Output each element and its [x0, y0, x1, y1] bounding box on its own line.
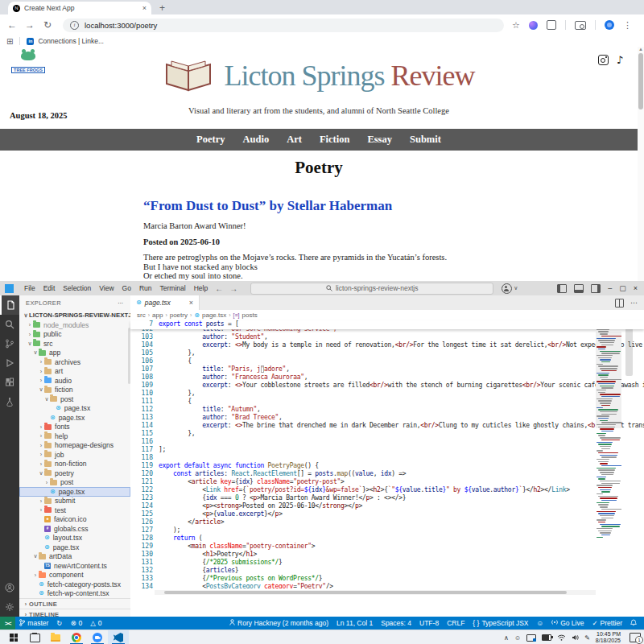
status-0[interactable]: ⊗0	[66, 619, 86, 627]
tray-expand-icon[interactable]: ∧	[504, 634, 509, 642]
editor-scrollbar-thumb[interactable]	[625, 328, 633, 376]
task-view-button[interactable]	[24, 630, 45, 644]
status-utf-8[interactable]: UTF-8	[415, 619, 443, 627]
code-line[interactable]: 119export default async function PoetryP…	[130, 462, 644, 470]
menu-edit[interactable]: Edit	[39, 284, 60, 292]
pen-icon[interactable]: ✎	[584, 634, 590, 642]
back-icon[interactable]: ←	[3, 19, 21, 31]
code-line[interactable]: 107 title: "Paris, j'adore",	[130, 365, 644, 374]
menu-view[interactable]: View	[95, 284, 118, 292]
notification-icon[interactable]: 1	[630, 633, 641, 642]
remote-indicator[interactable]: ><	[0, 617, 15, 630]
code-line[interactable]: 109 excerpt: <>Your cobblestone streets …	[130, 382, 644, 390]
status-0[interactable]: △0	[86, 619, 105, 627]
menu-help[interactable]: Help	[190, 284, 212, 292]
breadcrumb-item-posts[interactable]: posts	[242, 312, 258, 319]
tree-item-app[interactable]: ∨app	[19, 349, 130, 358]
nav-link-audio[interactable]: Audio	[243, 134, 270, 146]
sticky-scroll-line[interactable]: 7export const posts = [	[130, 320, 644, 329]
menu-selection[interactable]: Selection	[59, 284, 95, 292]
tree-item-public[interactable]: ›public	[19, 330, 130, 340]
clock[interactable]: 10:45 PM 8/18/2025	[596, 631, 621, 644]
nav-forward-icon[interactable]: →	[226, 284, 241, 293]
menu-terminal[interactable]: Terminal	[156, 284, 190, 292]
code-line[interactable]: 123 {idx === 0 ? <p>Marcia Barton Award …	[130, 494, 644, 502]
split-editor-icon[interactable]	[615, 299, 624, 308]
nav-link-poetry[interactable]: Poetry	[196, 134, 225, 146]
tree-item-artData[interactable]: ∨artData	[19, 552, 130, 562]
code-line[interactable]: 126 </article>	[130, 518, 644, 526]
code-line[interactable]: 133 {/*Previous posts on WordPress*/}	[130, 575, 644, 583]
code-line[interactable]: 129 <main className="poetry-container">	[130, 543, 644, 551]
tree-item-archives[interactable]: ›archives	[19, 357, 130, 367]
minimize-icon[interactable]: –	[608, 284, 612, 292]
refresh-icon[interactable]: ↻	[39, 19, 56, 31]
battery-icon[interactable]	[542, 634, 551, 641]
status-prettier[interactable]: ✓Prettier	[588, 619, 626, 627]
testing-icon[interactable]	[0, 392, 19, 411]
menu-run[interactable]: Run	[135, 284, 156, 292]
explorer-icon[interactable]	[0, 295, 19, 315]
scrollbar-thumb[interactable]	[638, 53, 643, 109]
tree-item-page.tsx[interactable]: ⊛page.tsx	[19, 543, 130, 552]
tree-item-newArtContent.ts[interactable]: TSnewArtContent.ts	[19, 561, 130, 571]
tree-item-globals.css[interactable]: #globals.css	[19, 524, 130, 534]
code-line[interactable]: 106 {	[130, 357, 644, 365]
status-bell[interactable]	[626, 619, 641, 628]
file-explorer-icon[interactable]	[45, 630, 66, 644]
code-area[interactable]: 102 title: "Our Sore Homecoming Service"…	[130, 329, 644, 588]
profile-avatar[interactable]	[605, 20, 614, 30]
code-line[interactable]: 130 <h1>Poetry</h1>	[130, 551, 644, 559]
tray-display-icon[interactable]	[526, 634, 536, 642]
status-spaces-4[interactable]: Spaces: 4	[377, 619, 415, 627]
code-line[interactable]: 122 <Link href={`poetry/post?id=${idx}&w…	[130, 486, 644, 494]
post-title-link[interactable]: “From Dust to Dust” by Stellar Haberman	[143, 198, 530, 214]
code-line[interactable]: 132 {articles}	[130, 567, 644, 575]
run-debug-icon[interactable]	[0, 353, 19, 373]
forward-icon[interactable]: →	[21, 19, 39, 31]
tree-item-post[interactable]: ›post	[19, 478, 130, 488]
scrollbar-thumb[interactable]	[164, 591, 567, 594]
vscode-taskbar-icon[interactable]	[108, 630, 129, 644]
site-info-icon[interactable]: i	[70, 21, 79, 30]
code-line[interactable]: 113 author: "Brad Treece",	[130, 414, 644, 422]
tree-item-fetch-wp-content.tsx[interactable]: ⊛fetch-wp-content.tsx	[19, 589, 130, 599]
code-line[interactable]: 127 );	[130, 526, 644, 535]
tree-item-fetch-category-posts.tsx[interactable]: ⊛fetch-category-posts.tsx	[19, 580, 130, 589]
bookmark-item[interactable]: Connections | Linke...	[38, 37, 104, 45]
breadcrumb-item-app[interactable]: app	[152, 312, 163, 319]
menu-go[interactable]: Go	[118, 284, 135, 292]
tree-item-audio[interactable]: ›audio	[19, 376, 130, 386]
account-icon[interactable]	[0, 578, 19, 597]
settings-gear-icon[interactable]	[0, 597, 19, 617]
tree-item-layout.tsx[interactable]: ⊛layout.tsx	[19, 534, 130, 543]
scroll-up-icon[interactable]: ▲	[638, 47, 644, 52]
tree-item-poetry[interactable]: ∨poetry	[19, 469, 130, 478]
status-rory-hackney-2-months-ago-[interactable]: Rory Hackney (2 months ago)	[225, 619, 332, 627]
tree-item-page.tsx[interactable]: ⊛page.tsx	[19, 487, 130, 497]
code-line[interactable]: 117];	[130, 446, 644, 454]
extension-gradient-icon[interactable]	[529, 21, 538, 30]
nav-link-submit[interactable]: Submit	[410, 134, 441, 146]
speaker-icon[interactable]	[572, 634, 579, 641]
code-line[interactable]: 114 excerpt: <>The brine that drenched m…	[130, 422, 644, 430]
status-go-live[interactable]: Go Live	[547, 619, 588, 627]
toggle-sidebar-icon[interactable]	[557, 284, 567, 293]
code-line[interactable]: 104 excerpt: <>My body is a temple in ne…	[130, 341, 644, 349]
clipped-code-line[interactable]: 102 title: "Our Sore Homecoming Service"…	[130, 329, 644, 333]
browser-tab[interactable]: N Create Next App ×	[8, 2, 151, 14]
command-search-box[interactable]: licton-springs-review-nextjs	[250, 283, 493, 295]
code-line[interactable]: 131 {/*2025 submissions*/}	[130, 559, 644, 567]
chrome-taskbar-icon[interactable]	[66, 630, 87, 644]
breadcrumb-item-poetry[interactable]: poetry	[170, 312, 188, 319]
code-line[interactable]: 118	[130, 454, 644, 462]
tree-item-homepage-designs[interactable]: ›homepage-designs	[19, 441, 130, 451]
breadcrumb-item-page.tsx[interactable]: page.tsx	[202, 312, 226, 319]
site-masthead[interactable]: Licton Springs Review	[0, 58, 638, 93]
editor-tab[interactable]: ⊛ page.tsx ×	[130, 295, 200, 310]
code-line[interactable]: 128 return (	[130, 535, 644, 543]
tree-item-fonts[interactable]: ›fonts	[19, 423, 130, 432]
bookmark-star-icon[interactable]: ☆	[512, 20, 520, 31]
minimap-viewport[interactable]	[596, 332, 621, 428]
tree-item-job[interactable]: ›job	[19, 450, 130, 460]
